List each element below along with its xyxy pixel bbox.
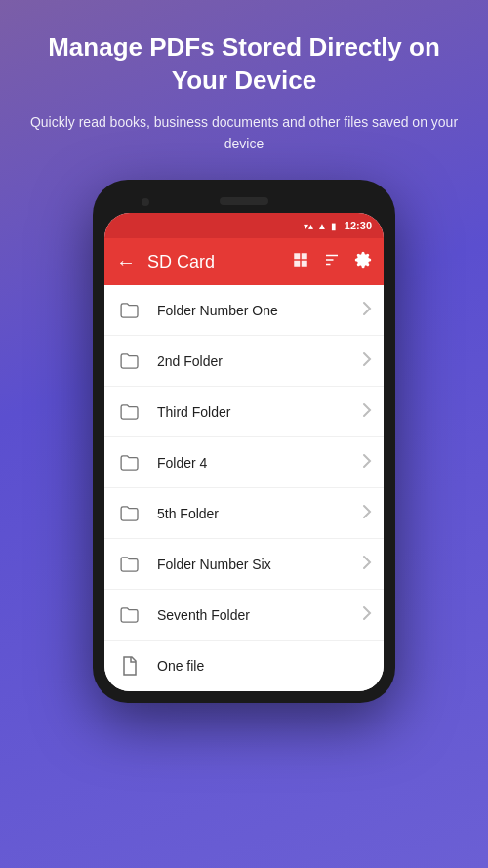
- folder-icon: [116, 297, 143, 324]
- back-button[interactable]: ←: [116, 251, 136, 273]
- file-name-label: Seventh Folder: [157, 607, 362, 623]
- folder-icon: [116, 398, 143, 426]
- phone-camera: [142, 198, 149, 206]
- wifi-icon: ▾▴: [304, 221, 313, 231]
- app-bar-actions: [292, 251, 372, 272]
- chevron-right-icon: [362, 351, 372, 371]
- app-bar-title: SD Card: [147, 252, 292, 272]
- file-name-label: Third Folder: [157, 404, 362, 420]
- chevron-right-icon: [362, 555, 372, 574]
- chevron-right-icon: [362, 504, 372, 523]
- view-toggle-icon[interactable]: [292, 251, 309, 272]
- status-bar: ▾▴ ▲ ▮ 12:30: [104, 213, 384, 238]
- status-icons: ▾▴ ▲ ▮ 12:30: [304, 220, 372, 231]
- chevron-right-icon: [362, 301, 372, 320]
- hero-subtitle: Quickly read books, business documents a…: [29, 111, 459, 155]
- chevron-right-icon: [362, 402, 372, 422]
- folder-icon: [116, 449, 143, 476]
- list-item[interactable]: Folder Number Six: [104, 539, 384, 590]
- file-name-label: Folder 4: [157, 455, 362, 471]
- file-name-label: 2nd Folder: [157, 353, 362, 369]
- chevron-right-icon: [362, 453, 372, 473]
- file-list: Folder Number One 2nd Folder Third Folde…: [104, 285, 384, 691]
- list-item[interactable]: One file: [104, 641, 384, 691]
- file-icon: [116, 652, 143, 680]
- list-item[interactable]: 2nd Folder: [104, 336, 384, 387]
- battery-icon: ▮: [331, 221, 337, 231]
- settings-icon[interactable]: [354, 251, 372, 272]
- phone-mockup: ▾▴ ▲ ▮ 12:30 ← SD Card: [93, 180, 395, 703]
- chevron-right-icon: [362, 605, 372, 625]
- folder-icon: [116, 551, 143, 578]
- file-name-label: Folder Number Six: [157, 557, 362, 572]
- folder-icon: [116, 348, 143, 375]
- status-time: 12:30: [345, 220, 372, 231]
- list-item[interactable]: 5th Folder: [104, 488, 384, 539]
- phone-notch: [104, 191, 384, 213]
- file-name-label: Folder Number One: [157, 303, 362, 318]
- file-name-label: 5th Folder: [157, 506, 362, 521]
- signal-icon: ▲: [317, 221, 327, 231]
- list-item[interactable]: Folder 4: [104, 437, 384, 488]
- app-bar: ← SD Card: [104, 238, 384, 285]
- sort-icon[interactable]: [323, 251, 341, 272]
- list-item[interactable]: Seventh Folder: [104, 590, 384, 641]
- list-item[interactable]: Folder Number One: [104, 285, 384, 336]
- phone-screen: ▾▴ ▲ ▮ 12:30 ← SD Card: [104, 213, 384, 691]
- hero-title: Manage PDFs Stored Directly on Your Devi…: [29, 31, 459, 98]
- hero-section: Manage PDFs Stored Directly on Your Devi…: [0, 0, 488, 170]
- file-name-label: One file: [157, 658, 372, 674]
- folder-icon: [116, 500, 143, 527]
- list-item[interactable]: Third Folder: [104, 387, 384, 437]
- folder-icon: [116, 601, 143, 629]
